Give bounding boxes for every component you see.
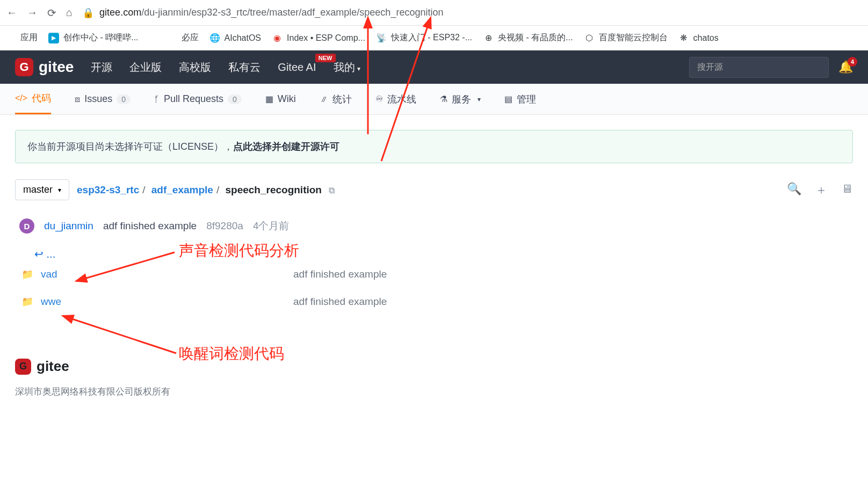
caret-down-icon: ▾ bbox=[357, 65, 360, 72]
bookmark-item[interactable]: ▶创作中心 - 哔哩哔... bbox=[48, 32, 139, 43]
svg-line-4 bbox=[66, 317, 176, 353]
cctv-icon: ⊕ bbox=[483, 33, 494, 43]
crumb-current: speech_recognition bbox=[225, 184, 322, 195]
address-bar[interactable]: 🔒 gitee.com/du-jianmin/esp32-s3_rtc/tree… bbox=[82, 7, 862, 19]
gitee-logo[interactable]: Ggitee bbox=[15, 58, 74, 76]
branch-selector[interactable]: master▾ bbox=[15, 179, 69, 200]
commit-message[interactable]: adf finished example bbox=[103, 220, 197, 232]
tab-stats[interactable]: ⫽统计 bbox=[320, 84, 352, 114]
bookmark-item[interactable]: 📡快速入门 - ESP32 -... bbox=[376, 32, 472, 43]
bookmark-item[interactable]: ◉Index • ESP Comp... bbox=[272, 33, 365, 43]
esp-icon: ◉ bbox=[272, 33, 283, 43]
lock-icon: 🔒 bbox=[82, 7, 94, 19]
crumb-repo[interactable]: esp32-s3_rtc bbox=[77, 184, 139, 195]
caret-down-icon: ▾ bbox=[478, 96, 481, 103]
copy-path-icon[interactable]: ⧉ bbox=[329, 186, 335, 195]
wiki-icon: ▦ bbox=[265, 94, 273, 104]
add-file-icon[interactable]: ＋ bbox=[815, 182, 827, 198]
nav-opensource[interactable]: 开源 bbox=[91, 60, 112, 75]
new-badge: NEW bbox=[315, 54, 336, 62]
pr-icon: ᚶ bbox=[154, 94, 160, 104]
bookmark-item[interactable]: ❋chatos bbox=[678, 33, 719, 43]
file-name[interactable]: wwe bbox=[41, 296, 293, 308]
search-files-icon[interactable]: 🔍 bbox=[787, 182, 801, 198]
rss-icon: 📡 bbox=[376, 33, 387, 43]
bookmark-item[interactable]: ⊕央视频 - 有品质的... bbox=[483, 32, 573, 43]
footer-logo[interactable]: Ggitee bbox=[15, 358, 853, 375]
repo-tabs: </>代码 ⧇Issues0 ᚶPull Requests0 ▦Wiki ⫽统计… bbox=[0, 84, 868, 115]
logo-badge-icon: G bbox=[15, 58, 33, 76]
license-notice[interactable]: 你当前开源项目尚未选择许可证（LICENSE），点此选择并创建开源许可 bbox=[15, 130, 853, 163]
issues-icon: ⧇ bbox=[75, 94, 80, 104]
nav-enterprise[interactable]: 企业版 bbox=[129, 60, 162, 75]
file-name[interactable]: vad bbox=[41, 268, 293, 280]
file-row[interactable]: 📁 vad adf finished example bbox=[15, 260, 853, 288]
search-input[interactable]: 搜开源 bbox=[689, 57, 829, 78]
copyright-text: 深圳市奥思网络科技有限公司版权所有 bbox=[15, 385, 853, 398]
service-icon: ⚗ bbox=[440, 94, 447, 104]
breadcrumb: esp32-s3_rtc/ adf_example/ speech_recogn… bbox=[77, 184, 335, 196]
site-header: Ggitee 开源 企业版 高校版 私有云 Gitee AINEW 我的▾ 搜开… bbox=[0, 50, 868, 84]
bookmark-item[interactable]: 必应 bbox=[182, 32, 199, 43]
chat-icon: ❋ bbox=[678, 33, 689, 43]
forward-icon[interactable]: → bbox=[27, 6, 38, 19]
nav-gitee-ai[interactable]: Gitee AINEW bbox=[278, 61, 316, 74]
tab-code[interactable]: </>代码 bbox=[15, 84, 51, 114]
logo-badge-icon: G bbox=[15, 359, 31, 375]
tab-manage[interactable]: ▤管理 bbox=[504, 84, 536, 114]
browser-nav-bar: ← → ⟳ ⌂ 🔒 gitee.com/du-jianmin/esp32-s3_… bbox=[0, 0, 868, 26]
bookmarks-bar: 应用 ▶创作中心 - 哔哩哔... 必应 🌐AIchatOS ◉Index • … bbox=[0, 26, 868, 50]
arrow-4 bbox=[59, 311, 183, 360]
bell-count: 4 bbox=[848, 57, 857, 67]
home-icon[interactable]: ⌂ bbox=[66, 6, 73, 19]
tab-wiki[interactable]: ▦Wiki bbox=[265, 84, 296, 114]
url-path: /du-jianmin/esp32-s3_rtc/tree/master/adf… bbox=[141, 7, 443, 18]
commit-sha[interactable]: 8f9280a bbox=[206, 220, 243, 232]
file-commit-msg[interactable]: adf finished example bbox=[293, 296, 387, 308]
folder-icon: 📁 bbox=[21, 268, 33, 280]
tab-pull-requests[interactable]: ᚶPull Requests0 bbox=[154, 84, 242, 114]
web-ide-icon[interactable]: 🖥 bbox=[841, 182, 853, 198]
url-domain: gitee.com bbox=[99, 7, 141, 18]
nav-mine[interactable]: 我的▾ bbox=[334, 60, 360, 75]
latest-commit: D du_jianmin adf finished example 8f9280… bbox=[15, 218, 853, 234]
footer: Ggitee 深圳市奥思网络科技有限公司版权所有 bbox=[0, 358, 868, 409]
apps-button[interactable]: 应用 bbox=[5, 32, 38, 43]
back-icon[interactable]: ← bbox=[6, 6, 17, 19]
nav-private-cloud[interactable]: 私有云 bbox=[228, 60, 261, 75]
pipeline-icon: ♾ bbox=[375, 94, 383, 104]
reload-icon[interactable]: ⟳ bbox=[47, 6, 56, 19]
apps-icon bbox=[5, 33, 16, 43]
tab-service[interactable]: ⚗服务▾ bbox=[440, 84, 481, 114]
crumb-dir[interactable]: adf_example bbox=[151, 184, 213, 195]
parent-dir-link[interactable]: ↩ ... bbox=[15, 247, 853, 260]
stats-icon: ⫽ bbox=[320, 94, 328, 104]
folder-icon: 📁 bbox=[21, 296, 33, 308]
bookmark-item[interactable]: ⬡百度智能云控制台 bbox=[584, 32, 668, 43]
file-commit-msg[interactable]: adf finished example bbox=[293, 268, 387, 280]
commit-author[interactable]: du_jianmin bbox=[44, 220, 93, 232]
bookmark-item[interactable]: 🌐AIchatOS bbox=[209, 33, 261, 43]
caret-down-icon: ▾ bbox=[58, 186, 61, 194]
commit-time: 4个月前 bbox=[253, 219, 290, 233]
globe-icon: 🌐 bbox=[209, 33, 220, 43]
breadcrumb-row: master▾ esp32-s3_rtc/ adf_example/ speec… bbox=[15, 179, 853, 200]
manage-icon: ▤ bbox=[504, 94, 512, 104]
content-area: 你当前开源项目尚未选择许可证（LICENSE），点此选择并创建开源许可 mast… bbox=[0, 115, 868, 315]
tab-pipeline[interactable]: ♾流水线 bbox=[375, 84, 416, 114]
avatar[interactable]: D bbox=[19, 218, 34, 234]
tab-issues[interactable]: ⧇Issues0 bbox=[75, 84, 131, 114]
nav-education[interactable]: 高校版 bbox=[179, 60, 211, 75]
code-icon: </> bbox=[15, 93, 27, 103]
file-row[interactable]: 📁 wwe adf finished example bbox=[15, 288, 853, 315]
bili-icon: ▶ bbox=[48, 33, 59, 43]
baidu-icon: ⬡ bbox=[584, 33, 595, 43]
notifications-button[interactable]: 🔔4 bbox=[838, 60, 853, 74]
